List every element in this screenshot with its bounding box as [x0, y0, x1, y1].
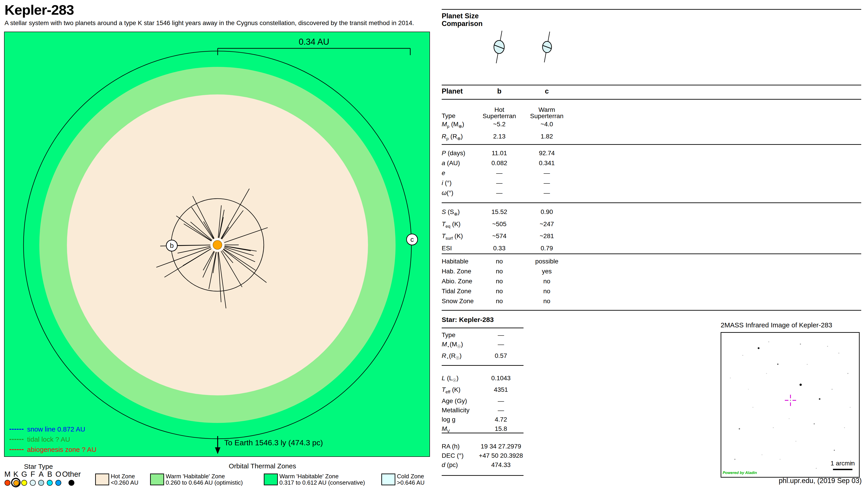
planet-b-value: no [480, 286, 519, 296]
planet-table-row: ω(°)—— [442, 188, 668, 198]
planet-c-value: possible [519, 256, 575, 266]
planet-col-header: Planet [442, 87, 480, 95]
planet-table-row: Snow Zonenono [442, 296, 668, 306]
rule [442, 9, 861, 10]
star-value: 0.1043 [478, 373, 524, 385]
star-table-row: RA (h)19 34 27.2979 [442, 442, 537, 451]
star-table-row: L (L☉)0.1043 [442, 373, 537, 385]
star-type-swatch [55, 480, 61, 486]
planet-table-row: e—— [442, 168, 668, 178]
planet-b-marker: b [166, 240, 178, 252]
infrared-image: 1 arcmin Powered by Aladin [721, 332, 860, 478]
row-label: Age (Gy) [442, 396, 478, 405]
planet-table-row: Abio. Zonenono [442, 276, 668, 286]
planet-b-value: 15.52 [480, 207, 519, 219]
star-table-row: M⋆(M☉)— [442, 339, 537, 351]
star-type-swatch [38, 480, 44, 486]
planet-c-value: 92.74 [519, 148, 575, 158]
row-label: ω(°) [442, 188, 480, 198]
zone-swatch [381, 474, 395, 485]
row-label: Type [442, 113, 480, 119]
arcmin-scale-label: 1 arcmin [824, 460, 862, 467]
star-value: 19 34 27.2979 [478, 442, 524, 451]
star-type-swatch [47, 480, 53, 486]
row-label: log g [442, 415, 478, 424]
star-value: — [478, 339, 524, 351]
row-label: Mp (M⊕) [442, 119, 480, 131]
rule [442, 328, 524, 328]
row-label: d (pc) [442, 460, 478, 469]
star-value: — [478, 396, 524, 405]
planet-table-row: Rp (R⊕)2.131.82 [442, 131, 668, 144]
planet-b-value: ~505 [480, 219, 519, 231]
planet-table-row: ESI0.330.79 [442, 243, 668, 253]
row-label: M⋆(M☉) [442, 339, 478, 351]
planet-c-value: 0.90 [519, 207, 575, 219]
planet-b-value: HotSuperterran [480, 107, 519, 119]
planet-b-value: no [480, 276, 519, 286]
star-table-row: Metallicity— [442, 405, 537, 415]
rule [442, 85, 861, 86]
star-section-title: Star: Kepler-283 [442, 316, 494, 324]
planet-b-value: — [480, 168, 519, 178]
row-label: RA (h) [442, 442, 478, 451]
annotation-label: tidal lock ? AU [27, 435, 70, 443]
planet-table-row: i (°)—— [442, 178, 668, 188]
planet-table-row: Tidal Zonenono [442, 286, 668, 296]
planet-b-value: — [480, 178, 519, 188]
planet-table-row: a (AU)0.0820.341 [442, 158, 668, 168]
star-table-row: Type— [442, 330, 537, 339]
planet-table-row: Mp (M⊕)~5.2~4.0 [442, 119, 668, 131]
row-label: DEC (°) [442, 451, 478, 460]
map-annotation: tidal lock ? AU [9, 435, 70, 443]
planet-b-value: 2.13 [480, 131, 519, 144]
annotation-dash [9, 429, 24, 430]
planet-c-value: no [519, 296, 575, 306]
planet-b-value: no [480, 266, 519, 276]
planet-c-value: ~4.0 [519, 119, 575, 131]
row-label: Teff (K) [442, 385, 478, 396]
zone-swatch [95, 474, 109, 485]
star-type-letter: M [4, 470, 11, 479]
row-label: Snow Zone [442, 296, 480, 306]
planet-b-value: 0.082 [480, 158, 519, 168]
planet-c-marker: c [406, 234, 418, 246]
zone-swatch [264, 474, 278, 485]
star-type-swatch [30, 480, 36, 486]
row-label: ESI [442, 243, 480, 253]
rule [442, 310, 861, 311]
planet-c-value: no [519, 276, 575, 286]
star-table-row: log g4.72 [442, 415, 537, 424]
planet-c-size-icon [528, 28, 566, 66]
infrared-image-title: 2MASS Infrared Image of Kepler-283 [721, 321, 832, 329]
star-table-row: d (pc)474.33 [442, 460, 537, 469]
zone-label: Cold Zone>0.646 AU [397, 473, 425, 486]
planet-c-value: — [519, 178, 575, 188]
zone-label: Warm 'Habitable' Zone0.317 to 0.612 AU (… [279, 473, 365, 486]
zone-label: Warm 'Habitable' Zone0.260 to 0.646 AU (… [166, 473, 243, 486]
map-annotation: snow line 0.872 AU [9, 425, 85, 433]
planet-c-value: no [519, 286, 575, 296]
planet-b-value: ~574 [480, 231, 519, 243]
row-label: L (L☉) [442, 373, 478, 385]
star-table-row: Teff (K)4351 [442, 385, 537, 396]
star-value: — [478, 330, 524, 339]
planet-table-row: P (days)11.0192.74 [442, 148, 668, 158]
star-type-letter: O [55, 470, 61, 479]
star-type-letter: A [39, 470, 43, 479]
star-value: 15.8 [478, 424, 524, 435]
star-type-letter: F [31, 470, 35, 479]
planet-table-row: Hab. Zonenoyes [442, 266, 668, 276]
star-type-swatch [13, 480, 19, 486]
zone-legend-title: Orbital Thermal Zones [228, 462, 296, 470]
star-value: 474.33 [478, 460, 524, 469]
planet-b-value: no [480, 256, 519, 266]
annotation-dash [9, 449, 24, 450]
zone-swatch [150, 474, 164, 485]
infrared-image-stars [721, 333, 859, 477]
rule [442, 99, 861, 100]
scale-bracket [218, 48, 410, 55]
page-subtitle: A stellar system with two planets around… [4, 20, 414, 27]
star-table-row: Age (Gy)— [442, 396, 537, 405]
phl-credit: phl.upr.edu, (2019 Sep 03) [779, 477, 862, 485]
